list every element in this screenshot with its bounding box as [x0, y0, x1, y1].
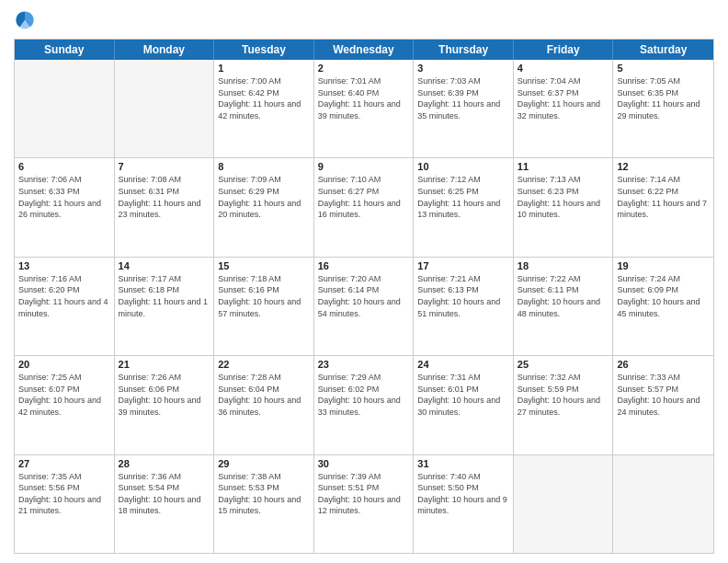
- day-cell-29: 29Sunrise: 7:38 AM Sunset: 5:53 PM Dayli…: [214, 455, 314, 553]
- day-cell-3: 3Sunrise: 7:03 AM Sunset: 6:39 PM Daylig…: [414, 60, 514, 157]
- day-info: Sunrise: 7:09 AM Sunset: 6:29 PM Dayligh…: [218, 174, 310, 220]
- day-number: 18: [518, 260, 609, 271]
- day-info: Sunrise: 7:32 AM Sunset: 5:59 PM Dayligh…: [518, 372, 609, 418]
- weeks: 1Sunrise: 7:00 AM Sunset: 6:42 PM Daylig…: [15, 60, 713, 553]
- day-info: Sunrise: 7:14 AM Sunset: 6:22 PM Dayligh…: [617, 174, 710, 220]
- day-cell-18: 18Sunrise: 7:22 AM Sunset: 6:11 PM Dayli…: [514, 258, 614, 355]
- day-info: Sunrise: 7:03 AM Sunset: 6:39 PM Dayligh…: [417, 75, 509, 121]
- day-info: Sunrise: 7:12 AM Sunset: 6:25 PM Dayligh…: [417, 174, 509, 220]
- day-number: 3: [417, 63, 509, 74]
- day-number: 22: [218, 359, 310, 370]
- day-number: 17: [417, 260, 509, 271]
- day-cell-14: 14Sunrise: 7:17 AM Sunset: 6:18 PM Dayli…: [115, 258, 215, 355]
- day-number: 19: [617, 260, 710, 271]
- day-number: 25: [518, 359, 609, 370]
- day-number: 28: [119, 458, 210, 469]
- day-cell-11: 11Sunrise: 7:13 AM Sunset: 6:23 PM Dayli…: [514, 158, 614, 256]
- day-cell-30: 30Sunrise: 7:39 AM Sunset: 5:51 PM Dayli…: [314, 455, 415, 553]
- day-number: 26: [617, 359, 710, 370]
- week-row-5: 27Sunrise: 7:35 AM Sunset: 5:56 PM Dayli…: [15, 454, 713, 553]
- calendar: SundayMondayTuesdayWednesdayThursdayFrid…: [14, 39, 714, 554]
- day-number: 30: [318, 458, 410, 469]
- empty-cell: [514, 455, 614, 553]
- day-info: Sunrise: 7:24 AM Sunset: 6:09 PM Dayligh…: [617, 273, 710, 319]
- empty-cell: [115, 60, 215, 157]
- day-number: 6: [18, 161, 110, 172]
- day-info: Sunrise: 7:01 AM Sunset: 6:40 PM Dayligh…: [318, 75, 410, 121]
- day-cell-28: 28Sunrise: 7:36 AM Sunset: 5:54 PM Dayli…: [115, 455, 215, 553]
- day-number: 11: [518, 161, 609, 172]
- day-number: 7: [119, 161, 210, 172]
- logo-icon: [14, 9, 36, 31]
- day-number: 27: [18, 458, 110, 469]
- day-number: 1: [218, 63, 310, 74]
- day-info: Sunrise: 7:08 AM Sunset: 6:31 PM Dayligh…: [119, 174, 210, 220]
- day-cell-7: 7Sunrise: 7:08 AM Sunset: 6:31 PM Daylig…: [115, 158, 215, 256]
- day-info: Sunrise: 7:21 AM Sunset: 6:13 PM Dayligh…: [417, 273, 509, 319]
- header: [14, 9, 714, 31]
- day-info: Sunrise: 7:39 AM Sunset: 5:51 PM Dayligh…: [318, 471, 410, 517]
- day-cell-23: 23Sunrise: 7:29 AM Sunset: 6:02 PM Dayli…: [314, 356, 415, 454]
- day-number: 23: [318, 359, 410, 370]
- day-number: 13: [18, 260, 110, 271]
- week-row-4: 20Sunrise: 7:25 AM Sunset: 6:07 PM Dayli…: [15, 355, 713, 454]
- day-cell-5: 5Sunrise: 7:05 AM Sunset: 6:35 PM Daylig…: [613, 60, 713, 157]
- day-cell-27: 27Sunrise: 7:35 AM Sunset: 5:56 PM Dayli…: [15, 455, 115, 553]
- day-cell-19: 19Sunrise: 7:24 AM Sunset: 6:09 PM Dayli…: [613, 258, 713, 355]
- day-number: 20: [18, 359, 110, 370]
- week-row-2: 6Sunrise: 7:06 AM Sunset: 6:33 PM Daylig…: [15, 157, 713, 256]
- day-cell-9: 9Sunrise: 7:10 AM Sunset: 6:27 PM Daylig…: [314, 158, 415, 256]
- page: SundayMondayTuesdayWednesdayThursdayFrid…: [0, 0, 728, 563]
- day-header-monday: Monday: [115, 40, 215, 60]
- day-cell-22: 22Sunrise: 7:28 AM Sunset: 6:04 PM Dayli…: [214, 356, 314, 454]
- day-header-wednesday: Wednesday: [314, 40, 415, 60]
- day-cell-26: 26Sunrise: 7:33 AM Sunset: 5:57 PM Dayli…: [613, 356, 713, 454]
- day-cell-31: 31Sunrise: 7:40 AM Sunset: 5:50 PM Dayli…: [414, 455, 514, 553]
- day-cell-13: 13Sunrise: 7:16 AM Sunset: 6:20 PM Dayli…: [15, 258, 115, 355]
- day-number: 15: [218, 260, 310, 271]
- day-cell-25: 25Sunrise: 7:32 AM Sunset: 5:59 PM Dayli…: [514, 356, 614, 454]
- day-header-saturday: Saturday: [613, 40, 713, 60]
- day-number: 4: [518, 63, 609, 74]
- day-info: Sunrise: 7:29 AM Sunset: 6:02 PM Dayligh…: [318, 372, 410, 418]
- day-header-thursday: Thursday: [414, 40, 514, 60]
- day-cell-1: 1Sunrise: 7:00 AM Sunset: 6:42 PM Daylig…: [214, 60, 314, 157]
- day-cell-10: 10Sunrise: 7:12 AM Sunset: 6:25 PM Dayli…: [414, 158, 514, 256]
- day-number: 24: [417, 359, 509, 370]
- day-info: Sunrise: 7:36 AM Sunset: 5:54 PM Dayligh…: [119, 471, 210, 517]
- day-cell-2: 2Sunrise: 7:01 AM Sunset: 6:40 PM Daylig…: [314, 60, 415, 157]
- day-cell-4: 4Sunrise: 7:04 AM Sunset: 6:37 PM Daylig…: [514, 60, 614, 157]
- logo: [14, 9, 40, 31]
- day-cell-8: 8Sunrise: 7:09 AM Sunset: 6:29 PM Daylig…: [214, 158, 314, 256]
- day-info: Sunrise: 7:25 AM Sunset: 6:07 PM Dayligh…: [18, 372, 110, 418]
- day-number: 14: [119, 260, 210, 271]
- day-info: Sunrise: 7:06 AM Sunset: 6:33 PM Dayligh…: [18, 174, 110, 220]
- day-info: Sunrise: 7:16 AM Sunset: 6:20 PM Dayligh…: [18, 273, 110, 319]
- day-info: Sunrise: 7:26 AM Sunset: 6:06 PM Dayligh…: [119, 372, 210, 418]
- day-info: Sunrise: 7:10 AM Sunset: 6:27 PM Dayligh…: [318, 174, 410, 220]
- day-cell-16: 16Sunrise: 7:20 AM Sunset: 6:14 PM Dayli…: [314, 258, 415, 355]
- day-cell-21: 21Sunrise: 7:26 AM Sunset: 6:06 PM Dayli…: [115, 356, 215, 454]
- day-info: Sunrise: 7:31 AM Sunset: 6:01 PM Dayligh…: [417, 372, 509, 418]
- day-info: Sunrise: 7:38 AM Sunset: 5:53 PM Dayligh…: [218, 471, 310, 517]
- day-header-tuesday: Tuesday: [214, 40, 314, 60]
- day-info: Sunrise: 7:40 AM Sunset: 5:50 PM Dayligh…: [417, 471, 509, 517]
- day-headers: SundayMondayTuesdayWednesdayThursdayFrid…: [15, 40, 713, 60]
- day-number: 12: [617, 161, 710, 172]
- day-info: Sunrise: 7:33 AM Sunset: 5:57 PM Dayligh…: [617, 372, 710, 418]
- day-number: 10: [417, 161, 509, 172]
- week-row-3: 13Sunrise: 7:16 AM Sunset: 6:20 PM Dayli…: [15, 257, 713, 355]
- day-info: Sunrise: 7:05 AM Sunset: 6:35 PM Dayligh…: [617, 75, 710, 121]
- day-cell-24: 24Sunrise: 7:31 AM Sunset: 6:01 PM Dayli…: [414, 356, 514, 454]
- day-info: Sunrise: 7:22 AM Sunset: 6:11 PM Dayligh…: [518, 273, 609, 319]
- day-header-sunday: Sunday: [15, 40, 115, 60]
- day-number: 16: [318, 260, 410, 271]
- empty-cell: [15, 60, 115, 157]
- day-info: Sunrise: 7:35 AM Sunset: 5:56 PM Dayligh…: [18, 471, 110, 517]
- day-info: Sunrise: 7:20 AM Sunset: 6:14 PM Dayligh…: [318, 273, 410, 319]
- day-number: 5: [617, 63, 710, 74]
- day-cell-12: 12Sunrise: 7:14 AM Sunset: 6:22 PM Dayli…: [613, 158, 713, 256]
- week-row-1: 1Sunrise: 7:00 AM Sunset: 6:42 PM Daylig…: [15, 60, 713, 157]
- day-cell-17: 17Sunrise: 7:21 AM Sunset: 6:13 PM Dayli…: [414, 258, 514, 355]
- day-number: 2: [318, 63, 410, 74]
